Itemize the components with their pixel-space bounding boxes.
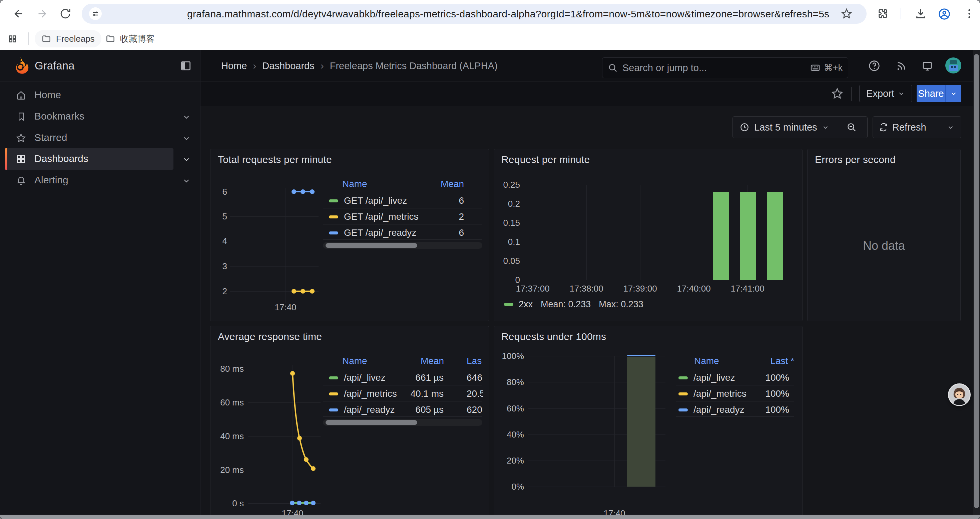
- series-color-pill: [329, 232, 338, 235]
- legend-row[interactable]: /api/_livez 100%: [676, 371, 794, 385]
- legend-header-name[interactable]: Name: [694, 356, 719, 366]
- search-shortcut: ⌘+k: [824, 62, 843, 73]
- export-button[interactable]: Export: [859, 85, 912, 102]
- panel-title[interactable]: Request per minute: [501, 154, 590, 165]
- site-settings-icon[interactable]: [91, 10, 99, 18]
- sidebar-toggle-icon[interactable]: [180, 59, 192, 72]
- y-tick: 60%: [494, 404, 524, 414]
- legend-row[interactable]: GET /api/_metrics 2: [323, 210, 482, 224]
- monitor-icon[interactable]: [921, 60, 933, 72]
- chevron-down-icon: [897, 90, 905, 97]
- legend-row[interactable]: /api/_readyz 605 µs 620: [323, 403, 482, 417]
- scrollbar-thumb[interactable]: [326, 420, 417, 425]
- dashboards-grid-icon: [16, 153, 26, 164]
- zoom-out-button[interactable]: [836, 122, 867, 133]
- vertical-scrollbar[interactable]: [973, 50, 980, 515]
- legend-header-mean[interactable]: Mean: [404, 356, 444, 366]
- time-range-picker[interactable]: Last 5 minutes: [733, 122, 836, 133]
- sidebar-item-alerting[interactable]: Alerting: [0, 170, 200, 191]
- chevron-down-icon[interactable]: [182, 113, 191, 121]
- apps-grid-icon[interactable]: [8, 34, 17, 43]
- series-name: GET /api/_readyz: [344, 227, 416, 238]
- search-input[interactable]: Search or jump to... ⌘+k: [602, 57, 848, 78]
- series-last: 20.5 r: [467, 388, 483, 399]
- favorite-star-icon[interactable]: [830, 87, 844, 100]
- area-fill-100pct: [627, 357, 655, 487]
- legend-row[interactable]: GET /api/_livez 6: [323, 194, 482, 208]
- sidebar-item-bookmarks[interactable]: Bookmarks: [0, 106, 200, 127]
- scrollbar-thumb[interactable]: [326, 243, 417, 248]
- bar-2xx: [713, 192, 729, 280]
- bookmarks-divider: [28, 32, 29, 45]
- downloads-icon[interactable]: [915, 8, 927, 20]
- sidebar-item-label: Dashboards: [34, 153, 88, 164]
- share-menu-button[interactable]: [946, 85, 961, 102]
- legend-header-last[interactable]: Last *: [754, 356, 794, 366]
- grafana-logo[interactable]: [11, 56, 30, 75]
- breadcrumb-dashboards[interactable]: Dashboards: [262, 61, 314, 72]
- legend-hscrollbar[interactable]: [323, 419, 482, 426]
- y-tick: 0.1: [494, 237, 520, 247]
- user-avatar[interactable]: [945, 57, 961, 73]
- legend-header-last[interactable]: Las: [467, 356, 482, 366]
- bookmarks-bar: Freeleaps 收藏博客: [0, 27, 980, 50]
- y-tick: 2: [213, 286, 227, 297]
- legend-item-2xx[interactable]: 2xx Mean: 0.233 Max: 0.233: [504, 298, 643, 310]
- browser-menu-icon[interactable]: [963, 8, 975, 20]
- legend-row[interactable]: /api/_metrics 40.1 ms 20.5 r: [323, 387, 482, 401]
- forward-button[interactable]: [36, 8, 48, 20]
- legend-header-name[interactable]: Name: [342, 179, 367, 189]
- legend-row[interactable]: GET /api/_readyz 6: [323, 226, 482, 240]
- series-color-pill: [329, 200, 338, 203]
- legend-row[interactable]: /api/_metrics 100%: [676, 387, 794, 401]
- nav-bottom-border: [0, 81, 980, 82]
- chevron-down-icon[interactable]: [182, 176, 191, 185]
- url-text[interactable]: grafana.mathmast.com/d/deytv4rwavabkb/fr…: [187, 8, 829, 20]
- legend-header-name[interactable]: Name: [342, 356, 367, 366]
- y-tick: 0.05: [494, 256, 520, 266]
- breadcrumb-separator: ›: [247, 60, 262, 72]
- panel-title[interactable]: Requests under 100ms: [501, 331, 606, 342]
- share-button[interactable]: Share: [916, 85, 945, 102]
- address-bar[interactable]: grafana.mathmast.com/d/deytv4rwavabkb/fr…: [82, 4, 867, 24]
- x-tick: 17:41:00: [727, 284, 767, 294]
- sidebar-item-home[interactable]: Home: [0, 85, 200, 106]
- chevron-down-icon[interactable]: [182, 155, 191, 164]
- series-name: /api/_metrics: [694, 388, 746, 399]
- sidebar-item-dashboards[interactable]: Dashboards: [0, 148, 200, 170]
- sidebar-item-starred[interactable]: Starred: [0, 127, 200, 149]
- bookmark-star-icon[interactable]: [841, 8, 853, 20]
- y-tick: 3: [213, 261, 227, 271]
- refresh-button[interactable]: Refresh: [873, 122, 932, 133]
- legend-hscrollbar[interactable]: [323, 242, 482, 249]
- bell-icon: [16, 175, 26, 186]
- panel-title[interactable]: Total requests per minute: [218, 154, 332, 165]
- y-tick: 80%: [494, 377, 524, 387]
- legend-header-mean[interactable]: Mean: [424, 179, 464, 189]
- toolbar-bottom-border: [200, 106, 980, 106]
- chevron-down-icon[interactable]: [182, 134, 191, 143]
- profile-icon[interactable]: [938, 8, 950, 20]
- scrollbar-thumb[interactable]: [974, 54, 979, 508]
- horizontal-scrollbar[interactable]: [0, 515, 980, 519]
- legend-row[interactable]: /api/_readyz 100%: [676, 403, 794, 417]
- time-range-label: Last 5 minutes: [754, 122, 817, 133]
- bookmark-folder-blogs[interactable]: 收藏博客: [99, 30, 161, 48]
- panel-title[interactable]: Errors per second: [815, 154, 896, 165]
- y-tick: 0%: [494, 482, 524, 492]
- help-icon[interactable]: [868, 59, 881, 72]
- sidebar-item-label: Starred: [34, 132, 67, 143]
- series-color-pill: [329, 216, 338, 219]
- chevron-down-icon: [950, 90, 957, 97]
- extensions-icon[interactable]: [877, 8, 889, 20]
- news-rss-icon[interactable]: [895, 60, 907, 72]
- export-label: Export: [866, 88, 894, 99]
- bookmark-folder-freeleaps[interactable]: Freeleaps: [35, 30, 102, 48]
- reload-button[interactable]: [59, 8, 72, 20]
- refresh-interval-button[interactable]: [940, 124, 961, 131]
- x-tick: 17:40: [269, 302, 302, 313]
- assistant-avatar[interactable]: [948, 383, 970, 406]
- back-button[interactable]: [13, 8, 25, 20]
- legend-row[interactable]: /api/_livez 661 µs 646: [323, 371, 482, 385]
- breadcrumb-home[interactable]: Home: [221, 61, 247, 72]
